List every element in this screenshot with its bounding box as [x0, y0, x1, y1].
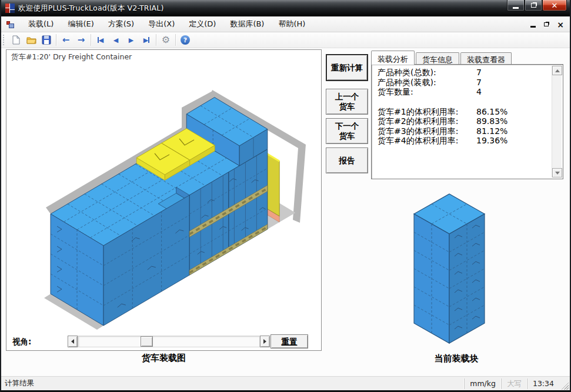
- analysis-scrollbar[interactable]: [552, 66, 562, 177]
- maximize-button[interactable]: [525, 0, 542, 11]
- save-floppy-icon: [41, 35, 52, 45]
- document-icon: [6, 19, 15, 29]
- tab-load-viewer[interactable]: 装载查看器: [460, 52, 512, 65]
- analysis-panel: 产品种类(总数):7 产品种类(装载):7 货车数量:4 货车#1的体积利用率:…: [371, 64, 563, 179]
- app-logo-icon: [5, 4, 15, 13]
- minimize-icon: [513, 7, 519, 9]
- tab-truck-info[interactable]: 货车信息: [416, 52, 459, 65]
- analysis-row: 产品种类(装载):7: [378, 78, 547, 88]
- menu-plan[interactable]: 方案(S): [101, 16, 141, 32]
- forward-button[interactable]: →: [74, 33, 89, 47]
- report-button[interactable]: 报告: [326, 148, 368, 173]
- view-angle-row: 视角: 重置: [6, 334, 321, 350]
- status-bar: 计算结果 mm/kg 大写 13:34: [1, 376, 570, 390]
- settings-button[interactable]: ⚙: [158, 33, 173, 47]
- analysis-row: 货车#3的体积利用率:81.12%: [378, 126, 547, 136]
- load-view-caption: 货车装载图: [6, 353, 322, 364]
- toolbar-separator: [91, 34, 91, 46]
- toolbar-separator: [56, 34, 56, 46]
- view-angle-label: 视角:: [12, 337, 31, 347]
- analysis-row: 货车数量:4: [378, 87, 547, 97]
- forward-arrow-icon: →: [78, 36, 85, 45]
- analysis-row: 货车#1的体积利用率:86.15%: [378, 107, 547, 117]
- last-truck-button[interactable]: ▶: [139, 33, 154, 47]
- current-block-caption: 当前装载块: [368, 353, 545, 364]
- new-file-button[interactable]: [8, 33, 24, 47]
- right-arrow-icon: [263, 339, 269, 344]
- help-button[interactable]: ?: [178, 33, 193, 47]
- container-load-3d-view[interactable]: [6, 63, 322, 332]
- up-arrow-icon: [555, 67, 560, 72]
- clock: 13:34: [527, 378, 559, 389]
- open-folder-icon: [26, 35, 37, 45]
- menu-define[interactable]: 定义(D): [182, 16, 223, 32]
- toolbar-separator: [175, 34, 176, 46]
- prev-truck-button[interactable]: ◀: [108, 33, 123, 47]
- view-angle-slider[interactable]: [78, 336, 260, 347]
- menu-load[interactable]: 装载(L): [21, 16, 61, 32]
- slider-right-button[interactable]: [260, 336, 270, 347]
- units-indicator: mm/kg: [464, 378, 501, 389]
- minimize-button[interactable]: [507, 0, 525, 11]
- next-truck-button[interactable]: ▶: [123, 33, 139, 47]
- tab-bar: 装载分析 货车信息 装载查看器: [371, 51, 513, 65]
- mdi-restore-button[interactable]: [544, 22, 549, 26]
- next-icon: ▶: [129, 37, 133, 43]
- save-file-button[interactable]: [39, 33, 54, 47]
- last-icon: ▶: [143, 37, 149, 43]
- mdi-close-button[interactable]: ×: [557, 21, 564, 29]
- title-bar: 欢迎使用PLUS-TruckLoad(版本 V2-TRIAL) ✕: [1, 0, 570, 16]
- mdi-minimize-button[interactable]: [530, 26, 536, 28]
- slider-left-button[interactable]: [68, 336, 78, 347]
- client-area: 货车#1:20' Dry Freight Container: [1, 48, 570, 376]
- menu-edit[interactable]: 编辑(E): [61, 16, 101, 32]
- down-arrow-icon: [555, 172, 560, 177]
- analysis-row: 产品种类(总数):7: [378, 68, 547, 78]
- slider-thumb[interactable]: [141, 336, 153, 347]
- restore-icon: [531, 3, 536, 8]
- analysis-row: 货车#4的体积利用率:19.36%: [378, 136, 547, 146]
- prev-icon: ◀: [113, 37, 118, 43]
- new-file-icon: [11, 35, 21, 45]
- tab-load-analysis[interactable]: 装载分析: [371, 51, 415, 65]
- resize-grip[interactable]: [560, 381, 569, 390]
- previous-truck-button[interactable]: 上一个 货车: [326, 89, 368, 115]
- menu-database[interactable]: 数据库(B): [223, 16, 271, 32]
- menu-help[interactable]: 帮助(H): [271, 16, 312, 32]
- status-message: 计算结果: [1, 378, 464, 388]
- left-arrow-icon: [69, 339, 74, 344]
- close-button[interactable]: ✕: [542, 0, 567, 11]
- toolbar-separator: [156, 34, 156, 46]
- caps-indicator: 大写: [501, 378, 527, 389]
- reset-view-button[interactable]: 重置: [271, 334, 308, 349]
- scroll-up-button[interactable]: [552, 66, 562, 75]
- scroll-down-button[interactable]: [552, 168, 562, 177]
- first-icon: ◀: [98, 37, 103, 43]
- analysis-row: 货车#2的体积利用率:89.83%: [378, 116, 547, 126]
- help-icon: ?: [181, 35, 190, 45]
- truck-header-label: 货车#1:20' Dry Freight Container: [11, 52, 132, 62]
- menu-export[interactable]: 导出(X): [141, 16, 182, 32]
- open-file-button[interactable]: [24, 33, 39, 47]
- current-block-3d-view: [368, 187, 545, 353]
- next-truck-button[interactable]: 下一个 货车: [326, 118, 368, 144]
- toolbar-grip: [3, 35, 5, 45]
- load-view-panel: 货车#1:20' Dry Freight Container: [6, 49, 322, 351]
- recalculate-button[interactable]: 重新计算: [326, 54, 368, 81]
- toolbar: ← → ◀ ◀ ▶ ▶ ⚙ ?: [1, 32, 570, 48]
- gear-icon: ⚙: [162, 35, 170, 45]
- window-title: 欢迎使用PLUS-TruckLoad(版本 V2-TRIAL): [18, 4, 164, 14]
- menu-bar: 装载(L) 编辑(E) 方案(S) 导出(X) 定义(D) 数据库(B) 帮助(…: [1, 16, 570, 32]
- app-window: 欢迎使用PLUS-TruckLoad(版本 V2-TRIAL) ✕ 装载(L) …: [0, 0, 571, 392]
- back-button[interactable]: ←: [58, 33, 74, 47]
- first-truck-button[interactable]: ◀: [93, 33, 108, 47]
- back-arrow-icon: ←: [62, 36, 70, 45]
